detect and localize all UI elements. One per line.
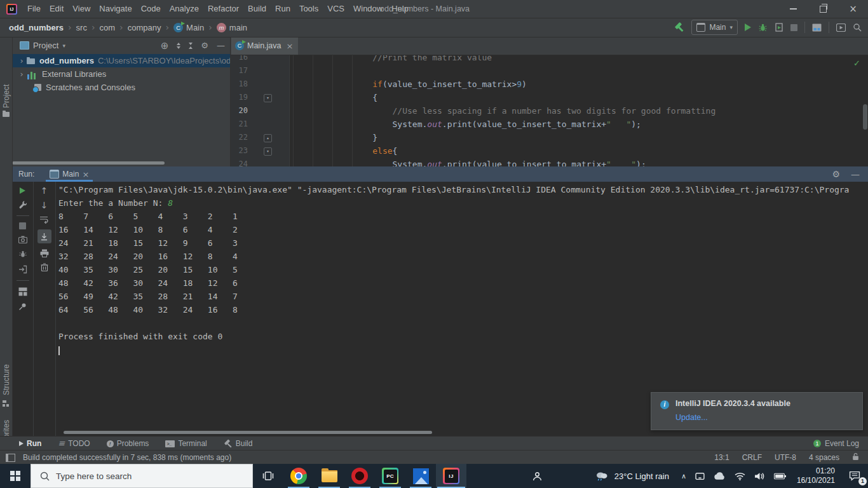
people-button[interactable] <box>527 464 547 488</box>
taskbar-clock[interactable]: 01:20 16/10/2021 <box>790 466 841 485</box>
battery-icon[interactable] <box>770 464 790 488</box>
menu-tools[interactable]: Tools <box>295 0 323 18</box>
rerun-button[interactable] <box>20 187 25 194</box>
tree-item-scratches-and-consoles[interactable]: Scratches and Consoles <box>12 81 230 94</box>
project-horizontal-scrollbar[interactable] <box>12 161 165 165</box>
minimize-window-icon[interactable] <box>778 0 808 18</box>
breadcrumb-com[interactable]: com <box>100 23 116 32</box>
tree-item-odd-numbers[interactable]: ›odd_numbersC:\Users\STARBOY\IdeaProject… <box>12 54 230 67</box>
tab-run[interactable]: Run <box>19 439 41 448</box>
collapse-all-icon[interactable] <box>189 43 193 49</box>
touch-keyboard-icon[interactable] <box>691 464 709 488</box>
task-view-button[interactable] <box>253 464 283 488</box>
tab-todo[interactable]: ≡ TODO <box>58 439 90 448</box>
print-icon[interactable] <box>40 249 49 257</box>
taskbar-app-pycharm[interactable]: PC <box>375 464 405 488</box>
close-tab-icon[interactable]: × <box>287 41 294 51</box>
prev-occurrence-icon[interactable]: ↑ <box>41 186 48 195</box>
fold-marker[interactable]: ▴ <box>264 134 272 142</box>
menu-build[interactable]: Build <box>243 0 271 18</box>
tab-terminal[interactable]: >_ Terminal <box>165 439 207 448</box>
next-occurrence-icon[interactable]: ↓ <box>41 201 48 210</box>
onedrive-icon[interactable] <box>709 464 730 488</box>
breadcrumb-odd-numbers[interactable]: odd_numbers <box>9 23 64 32</box>
stop-button[interactable] <box>790 24 797 31</box>
run-tab-main[interactable]: Main × <box>46 166 93 182</box>
structure-icon[interactable] <box>3 400 9 407</box>
line-separator[interactable]: CRLF <box>742 453 762 462</box>
fold-marker[interactable]: ▾ <box>264 94 272 102</box>
close-run-tab-icon[interactable]: × <box>82 170 89 179</box>
run-anything-icon[interactable] <box>836 24 846 32</box>
gear-icon[interactable]: ⚙ <box>201 41 208 50</box>
editor-vertical-scrollbar[interactable] <box>863 104 867 130</box>
taskbar-app-chrome[interactable] <box>283 464 314 488</box>
fold-marker[interactable]: ▾ <box>264 147 272 156</box>
taskbar-search[interactable]: Type here to search <box>31 464 253 488</box>
code-line-17[interactable]: 17 <box>230 64 868 78</box>
update-link[interactable]: Update... <box>675 413 708 422</box>
code-line-24[interactable]: 24 System.out.print(value_to_insert_to_m… <box>230 158 868 166</box>
toolwindow-toggle-icon[interactable] <box>6 454 15 462</box>
menu-vcs[interactable]: VCS <box>323 0 349 18</box>
action-center-button[interactable]: 1 <box>841 464 868 488</box>
close-window-icon[interactable]: × <box>838 0 868 18</box>
show-hidden-icons-chevron[interactable]: ∧ <box>677 464 691 488</box>
project-structure-icon[interactable] <box>812 24 822 32</box>
scroll-to-end-icon[interactable] <box>37 229 51 243</box>
run-button[interactable] <box>745 24 751 31</box>
clear-console-icon[interactable] <box>41 263 48 271</box>
breadcrumb-main[interactable]: mmain <box>217 23 247 32</box>
project-folder-icon[interactable] <box>3 112 10 117</box>
tree-expand-icon[interactable]: › <box>17 69 26 79</box>
expand-all-icon[interactable] <box>177 43 180 49</box>
wifi-icon[interactable] <box>730 464 750 488</box>
tab-main-java[interactable]: C Main.java × <box>231 37 298 55</box>
layout-settings-icon[interactable] <box>18 287 27 296</box>
inspections-ok-icon[interactable]: ✓ <box>853 58 860 68</box>
tab-problems[interactable]: ! Problems <box>107 439 149 448</box>
code-area[interactable]: 16 //Print the matrix value1718 if(value… <box>230 51 868 166</box>
code-line-23[interactable]: 23▾ else{ <box>230 144 868 158</box>
tree-item-external-libraries[interactable]: ›External Libraries <box>12 67 230 81</box>
caret-position[interactable]: 13:1 <box>714 453 729 462</box>
editor[interactable]: 16 //Print the matrix value1718 if(value… <box>230 37 868 166</box>
hide-panel-icon[interactable]: — <box>851 169 860 179</box>
menu-navigate[interactable]: Navigate <box>95 0 136 18</box>
restore-window-icon[interactable] <box>808 0 838 18</box>
stop-button[interactable] <box>19 222 26 229</box>
tree-expand-icon[interactable]: › <box>17 56 26 65</box>
console-horizontal-scrollbar[interactable] <box>64 431 432 434</box>
file-encoding[interactable]: UTF-8 <box>775 453 796 462</box>
code-line-19[interactable]: 19▾ { <box>230 91 868 104</box>
breadcrumb-company[interactable]: company <box>128 23 161 32</box>
breadcrumb-main[interactable]: CMain <box>173 23 204 32</box>
taskbar-app-explorer[interactable] <box>314 464 344 488</box>
locate-file-icon[interactable]: ⊕ <box>161 40 169 51</box>
attach-process-icon[interactable] <box>18 265 27 274</box>
menu-analyze[interactable]: Analyze <box>165 0 203 18</box>
taskbar-app-intellij[interactable]: IJ <box>436 464 466 488</box>
tab-build[interactable]: Build <box>224 439 253 448</box>
edit-configuration-icon[interactable] <box>18 200 27 209</box>
build-hammer-icon[interactable] <box>674 22 684 32</box>
event-log-button[interactable]: 1 Event Log <box>813 439 868 448</box>
menu-file[interactable]: File <box>23 0 45 18</box>
menu-code[interactable]: Code <box>137 0 165 18</box>
debug-button[interactable] <box>758 23 768 32</box>
menu-edit[interactable]: Edit <box>45 0 68 18</box>
soft-wrap-icon[interactable] <box>39 215 49 224</box>
sidebar-item-project[interactable]: Project <box>2 85 11 108</box>
lock-icon[interactable] <box>852 452 859 463</box>
dump-threads-icon[interactable] <box>18 236 27 243</box>
coverage-button[interactable] <box>775 23 783 32</box>
status-message[interactable]: Build completed successfully in 7 sec, 8… <box>23 453 231 462</box>
indent-setting[interactable]: 4 spaces <box>809 453 839 462</box>
menu-refactor[interactable]: Refactor <box>203 0 243 18</box>
chevron-down-icon[interactable]: ▾ <box>62 43 65 49</box>
code-line-22[interactable]: 22▴ } <box>230 131 868 144</box>
menu-run[interactable]: Run <box>271 0 295 18</box>
taskbar-app-red[interactable] <box>344 464 375 488</box>
code-line-20[interactable]: 20 //Use less spacing if a number has tw… <box>230 104 868 118</box>
menu-view[interactable]: View <box>68 0 95 18</box>
